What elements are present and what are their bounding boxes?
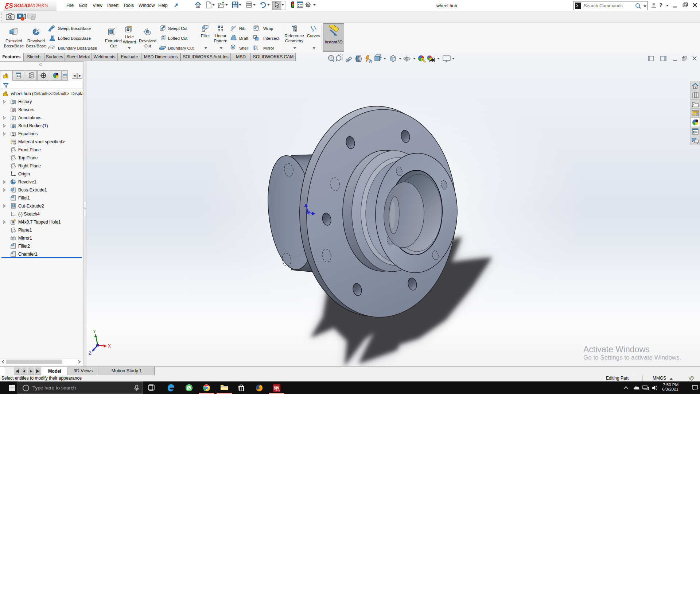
svg-text:ƸS: ƸS bbox=[5, 2, 13, 9]
svg-text:2019: 2019 bbox=[275, 389, 280, 392]
svg-text:WORKS: WORKS bbox=[29, 3, 48, 8]
svg-text:X: X bbox=[108, 344, 111, 349]
svg-text:Y: Y bbox=[93, 329, 96, 334]
svg-text:Σ: Σ bbox=[12, 132, 15, 136]
svg-text:Z: Z bbox=[89, 351, 91, 356]
svg-text:A: A bbox=[12, 117, 15, 120]
svg-text:A: A bbox=[369, 59, 372, 63]
svg-text:SOLID: SOLID bbox=[14, 3, 30, 8]
